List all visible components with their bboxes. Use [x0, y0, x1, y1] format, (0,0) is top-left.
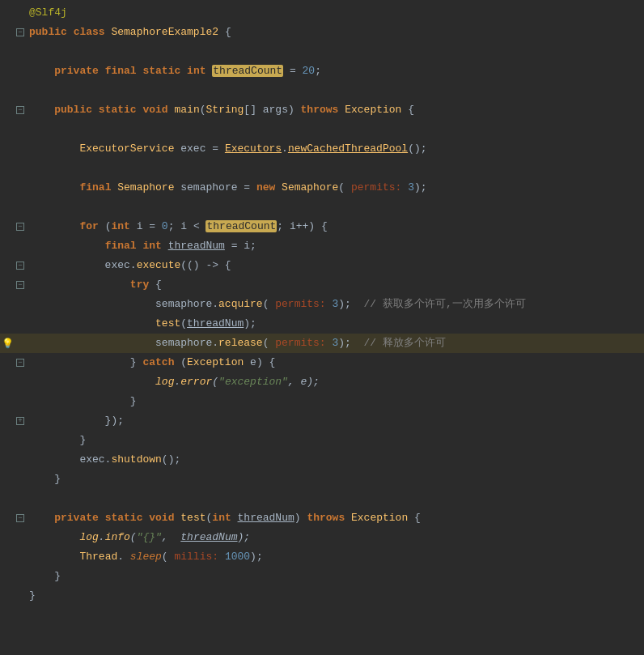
gutter-4 — [0, 62, 26, 81]
line-3 — [0, 42, 644, 62]
code-31: } — [26, 586, 644, 606]
line-31: } — [0, 586, 644, 606]
keyword-final: final — [79, 181, 111, 194]
fold-icon-14[interactable]: − — [16, 262, 24, 270]
param-millis: millis: — [174, 551, 218, 563]
keyword-int: int — [187, 65, 205, 77]
code-17: test(threadNum); — [26, 314, 644, 334]
keyword-catch: catch — [142, 356, 174, 368]
line-8: ExecutorService exec = Executors.newCach… — [0, 139, 644, 159]
gutter-16 — [0, 295, 26, 314]
code-6: public static void main(String[] args) t… — [26, 100, 644, 120]
keyword-throws2: throws — [307, 512, 345, 524]
line-18: 💡 semaphore.release( permits: 3); // 释放多… — [0, 334, 644, 353]
num-3b: 3 — [333, 298, 339, 310]
gutter-14: − — [0, 256, 26, 275]
gutter-7 — [0, 120, 26, 139]
code-29: Thread. sleep( millis: 1000); — [26, 547, 644, 567]
line-20: log.error("exception", e); — [0, 372, 644, 392]
keyword-void: void — [142, 104, 167, 116]
keyword-try: try — [130, 279, 149, 291]
gutter-20 — [0, 372, 26, 392]
code-4: private final static int threadCount = 2… — [26, 62, 644, 81]
line-1: @Slf4j — [0, 3, 644, 23]
var-threadnum: threadNum — [168, 240, 225, 252]
code-7 — [26, 120, 644, 139]
method-main: main — [175, 104, 200, 116]
gutter-10 — [0, 178, 26, 198]
keyword-new: new — [256, 181, 275, 194]
code-27: private static void test(int threadNum) … — [26, 508, 644, 528]
gutter-9 — [0, 159, 26, 178]
code-1: @Slf4j — [26, 3, 644, 23]
type-executorservice: ExecutorService — [79, 142, 174, 155]
type-exception3: Exception — [351, 512, 408, 524]
code-26 — [26, 489, 644, 508]
code-10: final Semaphore semaphore = new Semaphor… — [26, 178, 644, 198]
gutter-31 — [0, 586, 26, 606]
gutter-24 — [0, 450, 26, 470]
var-threadcount: threadCount — [212, 65, 283, 77]
code-22: }); — [26, 411, 644, 431]
fold-icon-2[interactable]: − — [16, 28, 24, 36]
code-21: } — [26, 392, 644, 411]
gutter-15: − — [0, 275, 26, 295]
line-16: semaphore.acquire( permits: 3); // 获取多个许… — [0, 295, 644, 314]
method-error: error — [180, 376, 212, 388]
fold-icon-22[interactable]: + — [16, 417, 24, 425]
fold-icon-15[interactable]: − — [16, 281, 24, 289]
param-permits2: permits: — [275, 298, 325, 310]
bulb-icon[interactable]: 💡 — [2, 338, 14, 350]
line-10: final Semaphore semaphore = new Semaphor… — [0, 178, 644, 198]
keyword-private2: private — [54, 512, 99, 524]
comment-release: // 释放多个许可 — [364, 337, 446, 349]
gutter-5 — [0, 81, 26, 100]
annotation-slf4j: @Slf4j — [29, 6, 67, 19]
var-threadcount2: threadCount — [205, 220, 277, 232]
keyword-public: public — [29, 26, 67, 38]
run-arrow-icon[interactable]: ▶ — [0, 102, 26, 118]
line-27: − private static void test(int threadNum… — [0, 508, 644, 528]
line-17: test(threadNum); — [0, 314, 644, 334]
fold-icon-19[interactable]: − — [16, 359, 24, 367]
param-threadnum: threadNum — [238, 512, 294, 524]
line-11 — [0, 198, 644, 217]
code-11 — [26, 198, 644, 217]
var-threadnum2: threadNum — [187, 317, 244, 330]
type-thread: Thread — [79, 551, 117, 563]
code-30: } — [26, 567, 644, 586]
fold-icon-27[interactable]: − — [16, 514, 24, 522]
code-23: } — [26, 431, 644, 450]
gutter-29 — [0, 547, 26, 567]
keyword-static2: static — [105, 512, 143, 524]
line-6: − ▶ public static void main(String[] arg… — [0, 100, 644, 120]
gutter-11 — [0, 198, 26, 217]
gutter-1 — [0, 3, 26, 23]
method-newcachedthreadpool: newCachedThreadPool — [288, 142, 408, 155]
code-25: } — [26, 470, 644, 489]
keyword-int2: int — [111, 220, 129, 232]
line-22: + }); — [0, 411, 644, 431]
gutter-28 — [0, 528, 26, 547]
line-15: − try { — [0, 275, 644, 295]
gutter-13 — [0, 236, 26, 256]
code-14: exec.execute(() -> { — [26, 256, 644, 275]
classname: SemaphoreExample2 — [111, 26, 218, 38]
line-28: log.info("{}", threadNum); — [0, 528, 644, 547]
line-2: − public class SemaphoreExample2 { — [0, 23, 644, 42]
keyword-final2: final — [105, 240, 137, 252]
num-3c: 3 — [333, 337, 339, 349]
fold-icon-12[interactable]: − — [16, 223, 24, 231]
keyword-class: class — [74, 26, 105, 38]
gutter-30 — [0, 567, 26, 586]
line-26 — [0, 489, 644, 508]
method-acquire: acquire — [218, 298, 263, 310]
code-18: semaphore.release( permits: 3); // 释放多个许… — [26, 334, 644, 353]
gutter-19: − — [0, 353, 26, 372]
type-semaphore: Semaphore — [117, 181, 174, 194]
method-release: release — [218, 337, 263, 349]
keyword-throws: throws — [301, 104, 339, 116]
line-25: } — [0, 470, 644, 489]
line-7 — [0, 120, 644, 139]
code-19: } catch (Exception e) { — [26, 353, 644, 372]
